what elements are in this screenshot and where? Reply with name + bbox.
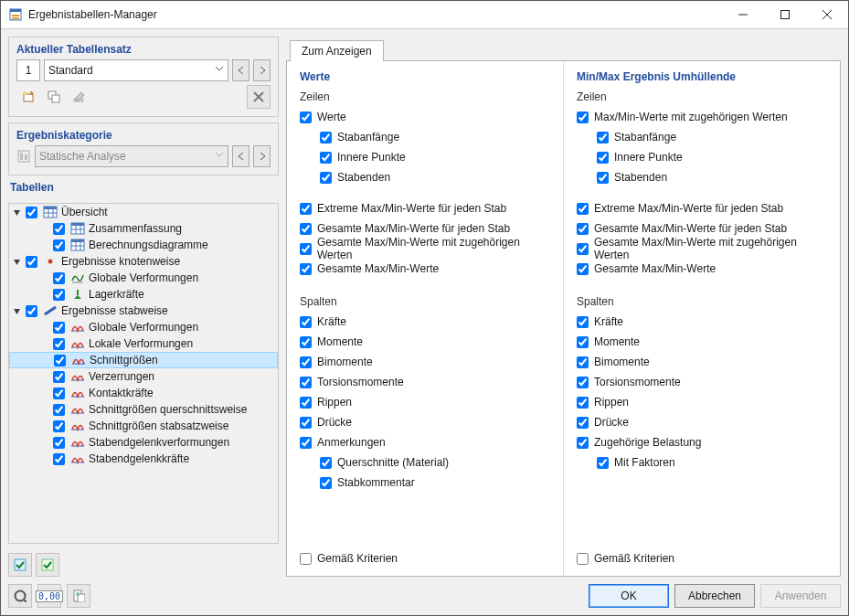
tree-item[interactable]: Übersicht: [9, 204, 278, 220]
option-checkbox[interactable]: Stabenden: [577, 167, 827, 187]
checkbox-input[interactable]: [577, 336, 589, 348]
option-checkbox[interactable]: Momente: [577, 332, 827, 352]
tree-item[interactable]: Globale Verformungen: [9, 270, 278, 286]
tree-checkbox[interactable]: [53, 371, 65, 383]
tree-checkbox[interactable]: [54, 355, 66, 366]
option-checkbox[interactable]: Extreme Max/Min-Werte für jeden Stab: [577, 198, 827, 218]
checkbox-input[interactable]: [320, 132, 332, 143]
tree-checkbox[interactable]: [53, 437, 65, 449]
tree-item[interactable]: Globale Verformungen: [9, 319, 278, 335]
set-number-field[interactable]: 1: [16, 59, 40, 81]
tree-checkbox[interactable]: [53, 453, 65, 465]
units-button[interactable]: 0,00: [37, 584, 61, 608]
checkbox-input[interactable]: [597, 172, 609, 184]
checkbox-input[interactable]: [320, 172, 332, 184]
checkbox-input[interactable]: [300, 243, 312, 255]
checkbox-input[interactable]: [300, 112, 312, 123]
collapse-icon[interactable]: [13, 208, 26, 217]
tree-item[interactable]: Ergebnisse stabweise: [9, 303, 278, 319]
option-checkbox[interactable]: Gesamte Max/Min-Werte mit zugehörigen We…: [577, 239, 827, 259]
option-checkbox[interactable]: Torsionsmomente: [300, 372, 550, 392]
tree-item[interactable]: Lagerkräfte: [9, 286, 278, 303]
tree-checkbox[interactable]: [26, 256, 37, 268]
option-checkbox[interactable]: Innere Punkte: [300, 147, 550, 167]
checkbox-input[interactable]: [577, 223, 589, 235]
tree-item[interactable]: Verzerrungen: [9, 368, 278, 385]
report-button[interactable]: [67, 584, 90, 608]
values-criteria-checkbox[interactable]: Gemäß Kriterien: [300, 548, 550, 568]
option-checkbox[interactable]: Mit Faktoren: [577, 452, 827, 473]
option-checkbox[interactable]: Rippen: [300, 392, 550, 412]
option-checkbox[interactable]: Gesamte Max/Min-Werte mit zugehörigen We…: [300, 239, 550, 259]
checkbox-input[interactable]: [577, 377, 589, 388]
help-button[interactable]: [8, 584, 32, 608]
tree-item[interactable]: Schnittgrößen querschnittsweise: [9, 401, 278, 418]
tree-item[interactable]: Lokale Verformungen: [9, 335, 278, 352]
option-checkbox[interactable]: Torsionsmomente: [577, 372, 827, 392]
checkbox-input[interactable]: [300, 377, 312, 388]
minimize-button[interactable]: [722, 1, 764, 28]
option-checkbox[interactable]: Stabenden: [300, 167, 550, 187]
tree-item[interactable]: Schnittgrößen: [9, 352, 278, 368]
tree-item[interactable]: Schnittgrößen stabsatzweise: [9, 418, 278, 434]
category-next-button[interactable]: [253, 145, 271, 167]
tree-checkbox[interactable]: [53, 223, 65, 235]
option-checkbox[interactable]: Querschnitte (Material): [300, 452, 550, 473]
checkbox-input[interactable]: [577, 356, 589, 368]
option-checkbox[interactable]: Stabanfänge: [577, 127, 827, 147]
checkbox-input[interactable]: [300, 203, 312, 215]
set-prev-button[interactable]: [232, 59, 249, 81]
new-set-button[interactable]: [16, 85, 40, 109]
check-all-button[interactable]: [8, 553, 32, 577]
checkbox-input[interactable]: [577, 437, 589, 449]
tab-display[interactable]: Zum Anzeigen: [290, 40, 384, 61]
ok-button[interactable]: OK: [589, 584, 669, 608]
checkbox-input[interactable]: [320, 477, 332, 489]
option-checkbox[interactable]: Rippen: [577, 392, 827, 412]
checkbox-input[interactable]: [577, 243, 589, 255]
checkbox-input[interactable]: [300, 263, 312, 275]
tree-checkbox[interactable]: [53, 272, 65, 284]
close-button[interactable]: [806, 1, 848, 28]
tree-item[interactable]: Berechnungsdiagramme: [9, 237, 278, 253]
tree-checkbox[interactable]: [53, 388, 65, 399]
option-checkbox[interactable]: Innere Punkte: [577, 147, 827, 167]
option-checkbox[interactable]: Gesamte Max/Min-Werte: [300, 259, 550, 279]
tree-checkbox[interactable]: [53, 420, 65, 432]
option-checkbox[interactable]: Bimomente: [577, 352, 827, 372]
checkbox-input[interactable]: [597, 152, 609, 164]
tree-checkbox[interactable]: [53, 289, 65, 301]
option-checkbox[interactable]: Werte: [300, 107, 550, 127]
option-checkbox[interactable]: Gesamte Max/Min-Werte: [577, 259, 827, 279]
checkbox-input[interactable]: [300, 336, 312, 348]
minmax-criteria-checkbox[interactable]: Gemäß Kriterien: [577, 548, 827, 568]
tree-item[interactable]: Stabendgelenkkräfte: [9, 451, 278, 467]
set-name-select[interactable]: Standard: [44, 59, 228, 81]
checkbox-input[interactable]: [577, 553, 589, 565]
checkbox-input[interactable]: [300, 437, 312, 449]
checkbox-input[interactable]: [577, 417, 589, 429]
option-checkbox[interactable]: Bimomente: [300, 352, 550, 372]
option-checkbox[interactable]: Stabkommentar: [300, 473, 550, 493]
collapse-icon[interactable]: [13, 307, 26, 315]
option-checkbox[interactable]: Max/Min-Werte mit zugehörigen Werten: [577, 107, 827, 127]
copy-set-button[interactable]: [42, 85, 66, 109]
tree-checkbox[interactable]: [53, 338, 65, 350]
option-checkbox[interactable]: Extreme Max/Min-Werte für jeden Stab: [300, 198, 550, 218]
tree-item[interactable]: Ergebnisse knotenweise: [9, 253, 278, 270]
checkbox-input[interactable]: [300, 397, 312, 409]
checkbox-input[interactable]: [577, 263, 589, 275]
checkbox-input[interactable]: [300, 553, 312, 565]
checkbox-input[interactable]: [300, 223, 312, 235]
checkbox-input[interactable]: [320, 457, 332, 469]
tree-item[interactable]: Zusammenfassung: [9, 220, 278, 237]
option-checkbox[interactable]: Kräfte: [300, 312, 550, 332]
collapse-icon[interactable]: [13, 258, 26, 266]
option-checkbox[interactable]: Kräfte: [577, 312, 827, 332]
delete-set-button[interactable]: [247, 85, 271, 109]
tree-checkbox[interactable]: [26, 207, 37, 218]
checkbox-input[interactable]: [597, 132, 609, 143]
tree-checkbox[interactable]: [53, 322, 65, 334]
checkbox-input[interactable]: [577, 316, 589, 328]
category-prev-button[interactable]: [232, 145, 249, 167]
